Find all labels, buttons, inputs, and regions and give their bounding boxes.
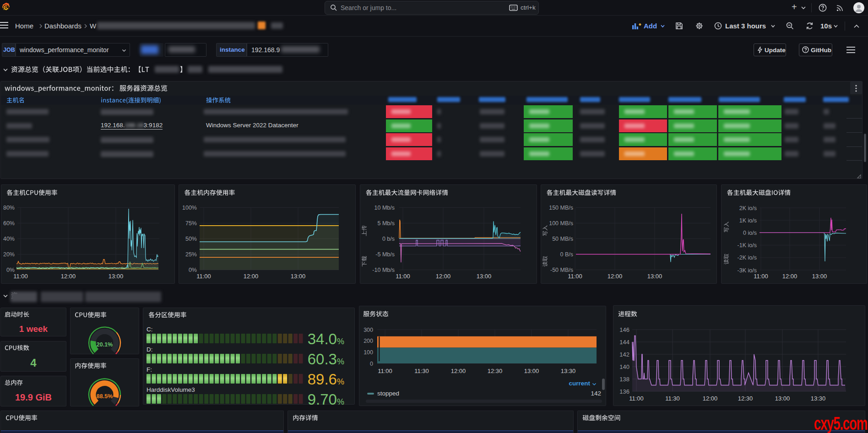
svg-text:12:30: 12:30 xyxy=(488,368,503,374)
svg-text:-50 MB/s: -50 MB/s xyxy=(550,267,573,273)
svg-text:150 MB/s: 150 MB/s xyxy=(549,205,573,211)
svg-text:13:00: 13:00 xyxy=(477,273,492,280)
svg-text:11:00: 11:00 xyxy=(629,395,644,402)
svg-text:13:00: 13:00 xyxy=(108,273,124,280)
svg-text:40%: 40% xyxy=(3,236,15,242)
svg-text:13:00: 13:00 xyxy=(775,395,790,402)
svg-text:146: 146 xyxy=(619,326,629,333)
svg-text:11:00: 11:00 xyxy=(378,368,392,374)
svg-text:0 b/s: 0 b/s xyxy=(382,236,395,242)
svg-text:11:30: 11:30 xyxy=(414,368,429,374)
svg-text:13:00: 13:00 xyxy=(291,273,306,280)
svg-text:80%: 80% xyxy=(3,205,15,211)
svg-text:50 MB/s: 50 MB/s xyxy=(552,236,573,242)
svg-text:12:30: 12:30 xyxy=(738,395,753,402)
svg-text:-1K io/s: -1K io/s xyxy=(738,242,757,249)
svg-text:75%: 75% xyxy=(185,220,197,227)
svg-text:144: 144 xyxy=(619,339,629,346)
svg-text:12:00: 12:00 xyxy=(436,273,451,280)
svg-text:200: 200 xyxy=(363,338,373,344)
svg-text:13:00: 13:00 xyxy=(812,273,827,280)
svg-text:12:00: 12:00 xyxy=(782,273,797,280)
svg-text:1K io/s: 1K io/s xyxy=(739,217,757,224)
svg-text:13:00: 13:00 xyxy=(647,273,662,280)
svg-text:0%: 0% xyxy=(189,267,197,273)
svg-text:100: 100 xyxy=(363,349,373,356)
svg-text:-5 Mb/s: -5 Mb/s xyxy=(375,251,395,258)
svg-text:100 MB/s: 100 MB/s xyxy=(549,220,573,227)
svg-text:100%: 100% xyxy=(182,205,197,211)
svg-text:11:30: 11:30 xyxy=(665,395,680,402)
svg-text:2K io/s: 2K io/s xyxy=(739,205,757,211)
svg-text:25%: 25% xyxy=(185,251,197,258)
svg-text:60%: 60% xyxy=(3,220,15,227)
svg-text:136: 136 xyxy=(619,388,629,395)
svg-text:11:00: 11:00 xyxy=(196,273,211,280)
svg-text:138: 138 xyxy=(619,376,629,383)
svg-text:5 Mb/s: 5 Mb/s xyxy=(377,220,395,227)
svg-text:13:00: 13:00 xyxy=(524,368,539,374)
svg-text:142: 142 xyxy=(619,351,629,358)
svg-text:-2K io/s: -2K io/s xyxy=(738,254,757,261)
svg-text:11:00: 11:00 xyxy=(396,273,410,280)
svg-text:10 Mb/s: 10 Mb/s xyxy=(374,205,395,211)
svg-text:13:30: 13:30 xyxy=(811,395,826,402)
svg-text:0: 0 xyxy=(370,361,373,367)
svg-text:11:00: 11:00 xyxy=(13,273,28,280)
svg-text:-10 Mb/s: -10 Mb/s xyxy=(372,267,395,273)
svg-text:300: 300 xyxy=(363,327,373,333)
svg-text:11:00: 11:00 xyxy=(754,273,768,280)
svg-text:13:30: 13:30 xyxy=(561,368,576,374)
svg-text:0 io/s: 0 io/s xyxy=(743,230,757,236)
svg-text:140: 140 xyxy=(619,363,629,370)
svg-text:50%: 50% xyxy=(185,236,197,242)
svg-text:11:00: 11:00 xyxy=(568,273,582,280)
svg-text:12:00: 12:00 xyxy=(451,368,466,374)
svg-text:0 B/s: 0 B/s xyxy=(560,251,574,258)
svg-text:12:00: 12:00 xyxy=(61,273,76,280)
svg-text:12:00: 12:00 xyxy=(244,273,259,280)
svg-text:12:00: 12:00 xyxy=(703,395,718,402)
svg-text:20%: 20% xyxy=(3,251,15,258)
svg-text:12:00: 12:00 xyxy=(608,273,623,280)
svg-text:0%: 0% xyxy=(6,267,15,273)
